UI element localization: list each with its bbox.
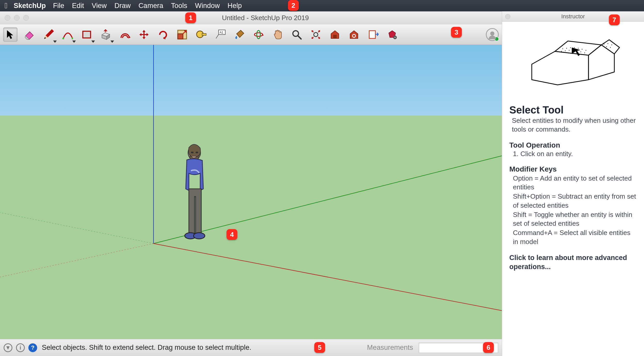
arc-icon xyxy=(62,29,73,40)
scale-tool[interactable] xyxy=(175,27,189,42)
svg-line-34 xyxy=(0,213,154,244)
callout-7: 7 xyxy=(609,14,620,25)
3d-warehouse-tool[interactable] xyxy=(328,27,342,42)
model-viewport[interactable] xyxy=(0,45,502,339)
window-minimize[interactable] xyxy=(14,15,20,21)
svg-point-58 xyxy=(584,53,585,53)
svg-rect-10 xyxy=(178,34,183,39)
svg-rect-25 xyxy=(333,35,337,38)
axes-overlay xyxy=(0,45,502,339)
orbit-icon xyxy=(253,29,264,40)
pan-tool[interactable] xyxy=(270,27,285,42)
extension-warehouse-tool[interactable] xyxy=(347,27,361,42)
svg-point-52 xyxy=(561,51,562,52)
svg-point-16 xyxy=(257,30,260,39)
offset-icon xyxy=(119,29,130,40)
zoom-extents-tool[interactable] xyxy=(309,27,323,42)
geolocation-icon[interactable]: ▼ xyxy=(4,343,12,352)
offset-tool[interactable] xyxy=(118,27,132,42)
signed-in-check-icon xyxy=(494,37,499,41)
paint-bucket-tool[interactable] xyxy=(232,27,247,42)
svg-marker-0 xyxy=(7,30,13,39)
instructor-close[interactable] xyxy=(505,14,510,19)
warehouse-gear-icon xyxy=(349,29,359,40)
svg-point-62 xyxy=(606,46,607,47)
menu-camera[interactable]: Camera xyxy=(139,2,163,10)
window-close[interactable] xyxy=(5,15,10,21)
instructor-panel: Instructor Select Tool Select entities t… xyxy=(502,11,644,356)
zoom-tool[interactable] xyxy=(289,27,304,42)
svg-line-35 xyxy=(0,244,154,277)
apple-icon[interactable]:  xyxy=(5,1,7,10)
svg-line-19 xyxy=(298,36,301,39)
select-tool[interactable] xyxy=(3,27,18,42)
instructor-titlebar: Instructor xyxy=(502,11,644,22)
menu-draw[interactable]: Draw xyxy=(115,2,131,10)
instructor-operation-heading: Tool Operation xyxy=(509,141,637,149)
svg-point-53 xyxy=(565,51,566,51)
credits-icon[interactable]: i xyxy=(16,343,25,352)
window-title: Untitled - SketchUp Pro 2019 xyxy=(29,14,502,22)
arc-tool[interactable] xyxy=(60,27,75,42)
instructor-modifier-heading: Modifier Keys xyxy=(509,165,637,173)
modifier-row: Shift+Option = Subtract an entity from s… xyxy=(513,192,637,210)
instructor-heading: Select Tool xyxy=(509,104,637,116)
extension-manager-tool[interactable] xyxy=(385,27,399,42)
eraser-tool[interactable] xyxy=(22,27,37,42)
window-zoom[interactable] xyxy=(23,15,29,21)
svg-marker-41 xyxy=(532,51,589,85)
help-icon[interactable]: ? xyxy=(28,343,37,352)
eraser-icon xyxy=(24,29,35,40)
svg-point-51 xyxy=(586,50,586,51)
push-pull-tool[interactable] xyxy=(99,27,113,42)
svg-point-45 xyxy=(562,48,563,49)
layout-tool[interactable] xyxy=(366,27,380,42)
line-tool[interactable] xyxy=(41,27,56,42)
cursor-icon xyxy=(5,29,16,40)
svg-point-4 xyxy=(62,37,64,39)
rectangle-icon xyxy=(81,29,92,40)
instructor-modifiers: Option = Add an entity to set of selecte… xyxy=(513,174,637,246)
menu-view[interactable]: View xyxy=(92,2,107,10)
rotate-icon xyxy=(158,29,168,40)
svg-text:A1: A1 xyxy=(220,31,223,34)
scale-icon xyxy=(177,29,188,40)
instructor-title: Instructor xyxy=(561,13,585,20)
menu-edit[interactable]: Edit xyxy=(72,2,84,10)
tape-measure-tool[interactable] xyxy=(194,27,208,42)
text-tool[interactable]: A1 xyxy=(213,27,228,42)
instructor-operation-step: 1. Click on an entity. xyxy=(513,150,637,158)
menu-tools[interactable]: Tools xyxy=(171,2,187,10)
ruby-gear-icon xyxy=(387,29,398,40)
svg-point-47 xyxy=(570,47,571,48)
svg-point-59 xyxy=(604,44,605,45)
svg-rect-38 xyxy=(196,152,198,153)
menu-window[interactable]: Window xyxy=(195,2,220,10)
callout-5: 5 xyxy=(314,342,325,353)
callout-1: 1 xyxy=(185,12,196,23)
svg-line-33 xyxy=(154,244,502,311)
rotate-tool[interactable] xyxy=(156,27,170,42)
rectangle-tool[interactable] xyxy=(79,27,94,42)
instructor-learn-more[interactable]: Click to learn about more advanced opera… xyxy=(509,253,637,271)
svg-rect-6 xyxy=(83,31,91,38)
svg-point-46 xyxy=(566,48,567,49)
svg-point-48 xyxy=(574,47,575,48)
modifier-row: Option = Add an entity to set of selecte… xyxy=(513,174,637,192)
main-toolbar: A1 xyxy=(0,24,502,45)
modifier-row: Command+A = Select all visible entities … xyxy=(513,228,637,246)
move-icon xyxy=(139,29,149,40)
callout-2: 2 xyxy=(288,0,299,11)
account-button[interactable] xyxy=(486,28,499,41)
svg-rect-27 xyxy=(369,31,375,38)
text-icon: A1 xyxy=(215,29,226,40)
svg-point-54 xyxy=(569,50,570,51)
orbit-tool[interactable] xyxy=(251,27,266,42)
status-bar: ▼ i ? Select objects. Shift to extend se… xyxy=(0,339,502,356)
menu-help[interactable]: Help xyxy=(228,2,242,10)
move-tool[interactable] xyxy=(137,27,151,42)
instructor-description: Select entities to modify when using oth… xyxy=(512,116,637,134)
menu-file[interactable]: File xyxy=(53,2,65,10)
menubar-appname[interactable]: SketchUp xyxy=(14,2,46,10)
status-hint: Select objects. Shift to extend select. … xyxy=(42,344,251,352)
